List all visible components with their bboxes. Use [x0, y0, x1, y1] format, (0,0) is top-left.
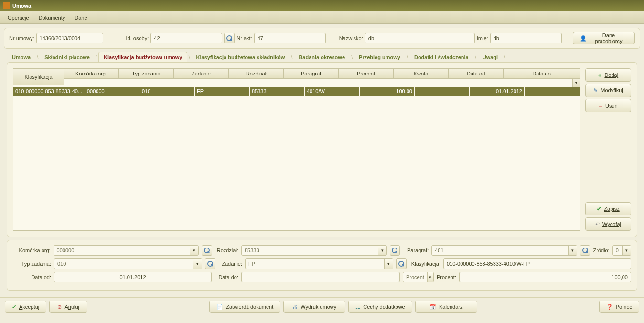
col-klasyfikacja[interactable]: Klasyfikacja [13, 69, 64, 85]
zadanie-search-button[interactable] [396, 258, 407, 269]
nazwisko-input[interactable] [365, 33, 475, 43]
window-title: Umowa [12, 3, 31, 9]
filter-dropdown-icon[interactable] [572, 79, 580, 87]
col-datado[interactable]: Data do [504, 69, 580, 79]
tab-dodatki[interactable]: Dodatki i świadczenia [409, 52, 474, 62]
tab-klasyfikacja-umowy[interactable]: Klasyfikacja budżetowa umowy [98, 52, 187, 62]
col-typ[interactable]: Typ zadania [119, 69, 174, 79]
chevron-down-icon[interactable] [190, 246, 198, 255]
filter-row [64, 79, 580, 87]
menu-dane[interactable]: Dane [70, 13, 92, 22]
tab-badania-okresowe[interactable]: Badania okresowe [293, 52, 350, 62]
pomoc-button[interactable]: ❓Pomoc [599, 301, 639, 313]
filter-dataod[interactable] [449, 79, 504, 87]
titlebar: Umowa [0, 0, 644, 11]
col-dataod[interactable]: Data od [449, 69, 504, 79]
komorka-search-button[interactable] [202, 245, 212, 256]
imie-label: Imię: [477, 35, 488, 41]
akceptuj-button[interactable]: ✔AAkceptujkceptuj [5, 301, 46, 313]
paragraf-select[interactable]: 401 [431, 245, 577, 256]
tab-uwagi[interactable]: Uwagi [477, 52, 503, 62]
paragraf-search-button[interactable] [580, 245, 590, 256]
procent-type-select[interactable]: Procent [403, 272, 434, 282]
filter-datado[interactable] [504, 79, 580, 87]
usun-button[interactable]: −Usuń [585, 99, 631, 112]
zrodlo-select[interactable]: 0 [612, 245, 631, 256]
imie-input[interactable] [490, 33, 562, 43]
chevron-down-icon[interactable] [622, 246, 631, 255]
paragraf-label: Paragraf: [403, 248, 429, 253]
dodaj-button[interactable]: +Dodaj [585, 68, 631, 82]
chevron-down-icon[interactable] [568, 246, 577, 255]
nr-umowy-input[interactable] [36, 33, 103, 43]
nr-akt-label: Nr akt: [236, 35, 252, 41]
rozdzial-select[interactable]: 85333 [241, 245, 387, 256]
typ-search-button[interactable] [205, 258, 215, 269]
procent-input[interactable] [459, 272, 631, 282]
zapisz-button[interactable]: ✔Zapisz [585, 202, 631, 215]
chevron-down-icon[interactable] [427, 272, 433, 282]
datado-input[interactable] [241, 272, 400, 282]
wydruk-button[interactable]: 🖨Wydruk umowy [283, 301, 345, 313]
chevron-down-icon[interactable] [193, 259, 202, 269]
komorka-select[interactable]: 000000 [54, 245, 199, 256]
col-rozdzial[interactable]: Rozdział [229, 69, 284, 79]
chevron-down-icon[interactable] [384, 259, 393, 269]
zatwierdz-button[interactable]: 📄Zatwierdź dokument [209, 301, 280, 313]
search-icon [582, 248, 588, 253]
modyfikuj-button[interactable]: ✎Modyfikuj [585, 84, 631, 97]
kalendarz-button[interactable]: 📅Kalendarz [415, 301, 477, 313]
minus-icon: − [599, 102, 602, 109]
col-komorka[interactable]: Komórka org. [64, 69, 119, 79]
filter-zadanie[interactable] [174, 79, 229, 87]
cancel-icon: ⊘ [57, 304, 62, 310]
col-procent[interactable]: Procent [339, 69, 394, 79]
table-row[interactable]: 010-000000-853-85333-40... 000000 010 FP… [13, 87, 580, 96]
cell-dataod: 01.01.2012 [470, 87, 525, 96]
dane-pracobiorcy-button[interactable]: 👤 Dane pracobiorcy [573, 32, 635, 44]
print-icon: 🖨 [292, 304, 298, 310]
id-osoby-label: Id. osoby: [126, 35, 149, 41]
search-icon [392, 248, 397, 253]
filter-rozdzial[interactable] [229, 79, 284, 87]
col-zadanie[interactable]: Zadanie [174, 69, 229, 79]
calendar-icon: 📅 [429, 304, 436, 310]
filter-komorka[interactable] [64, 79, 119, 87]
klas-input[interactable] [443, 258, 631, 269]
wycofaj-button[interactable]: ↶Wycofaj [585, 217, 631, 231]
filter-kwota[interactable] [394, 79, 449, 87]
dataod-input[interactable] [54, 272, 212, 282]
zadanie-label: Zadanie: [218, 261, 242, 267]
cell-paragraf: 4010/W [305, 87, 360, 96]
chevron-down-icon[interactable] [378, 246, 386, 255]
anuluj-button[interactable]: ⊘Anuluj [49, 301, 87, 313]
typ-select[interactable]: 010 [54, 258, 202, 269]
cell-datado [525, 87, 580, 96]
menu-operacje[interactable]: Operacje [3, 13, 34, 22]
tab-bar: Umowa\ Składniki płacowe\ Klasyfikacja b… [4, 52, 640, 62]
menu-dokumenty[interactable]: Dokumenty [34, 13, 70, 22]
header-panel: Nr umowy: Id. osoby: Nr akt: Nazwisko: I… [4, 28, 640, 49]
tab-przebieg-umowy[interactable]: Przebieg umowy [354, 52, 406, 62]
tab-skladniki-placowe[interactable]: Składniki płacowe [39, 52, 95, 62]
nr-akt-input[interactable] [254, 33, 326, 43]
cell-typ: 010 [140, 87, 195, 96]
tab-klasyfikacja-skladnikow[interactable]: Klasyfikacja budżetowa składników [191, 52, 290, 62]
cechy-button[interactable]: ☷Cechy dodatkowe [348, 301, 412, 313]
tab-umowa[interactable]: Umowa [7, 52, 36, 62]
id-osoby-search-button[interactable] [224, 33, 235, 43]
datado-label: Data do: [215, 274, 238, 280]
cell-kwota [415, 87, 470, 96]
filter-datado-input[interactable] [504, 79, 572, 87]
filter-typ[interactable] [119, 79, 174, 87]
rozdzial-search-button[interactable] [390, 245, 400, 256]
person-icon: 👤 [580, 35, 587, 42]
filter-procent[interactable] [339, 79, 394, 87]
zadanie-select[interactable]: FP [245, 258, 393, 269]
filter-paragraf[interactable] [284, 79, 339, 87]
id-osoby-input[interactable] [150, 33, 222, 43]
search-icon [226, 35, 232, 41]
nr-umowy-label: Nr umowy: [9, 35, 34, 41]
col-kwota[interactable]: Kwota [394, 69, 449, 79]
col-paragraf[interactable]: Paragraf [284, 69, 339, 79]
